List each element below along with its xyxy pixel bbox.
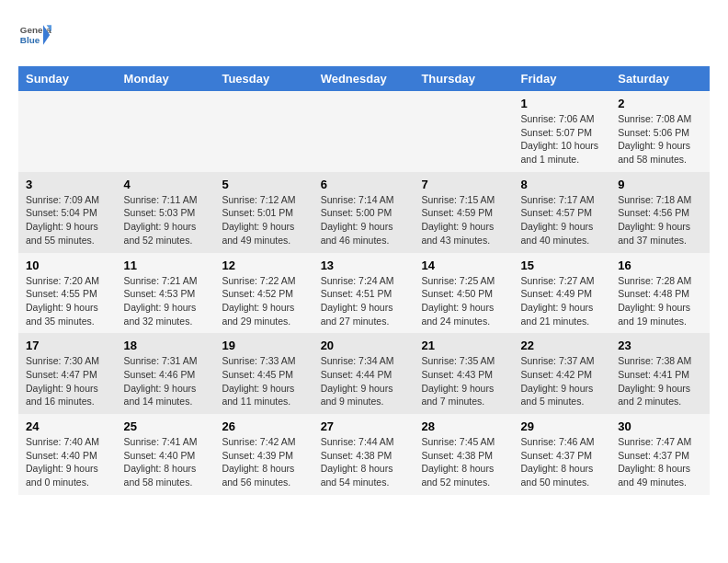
day-cell: 15Sunrise: 7:27 AM Sunset: 4:49 PM Dayli… [513,253,610,334]
day-number: 21 [421,339,506,352]
day-cell: 8Sunrise: 7:17 AM Sunset: 4:57 PM Daylig… [513,172,610,253]
day-cell: 29Sunrise: 7:46 AM Sunset: 4:37 PM Dayli… [513,414,610,495]
day-number: 24 [26,419,109,433]
day-info: Sunrise: 7:35 AM Sunset: 4:43 PM Dayligh… [421,354,506,408]
day-info: Sunrise: 7:31 AM Sunset: 4:46 PM Dayligh… [124,354,208,408]
day-info: Sunrise: 7:15 AM Sunset: 4:59 PM Dayligh… [421,193,506,247]
day-number: 25 [124,419,208,433]
logo: General Blue [18,18,51,52]
day-number: 1 [520,97,603,110]
day-info: Sunrise: 7:18 AM Sunset: 4:56 PM Dayligh… [618,193,702,247]
day-number: 7 [421,178,506,191]
day-cell: 14Sunrise: 7:25 AM Sunset: 4:50 PM Dayli… [414,253,513,334]
day-number: 10 [26,259,109,272]
week-row-3: 10Sunrise: 7:20 AM Sunset: 4:55 PM Dayli… [18,253,710,334]
day-number: 2 [618,97,702,110]
day-cell [117,91,215,172]
day-cell: 19Sunrise: 7:33 AM Sunset: 4:45 PM Dayli… [214,333,313,414]
day-info: Sunrise: 7:09 AM Sunset: 5:04 PM Dayligh… [26,193,109,247]
week-row-5: 24Sunrise: 7:40 AM Sunset: 4:40 PM Dayli… [18,414,710,495]
day-info: Sunrise: 7:40 AM Sunset: 4:40 PM Dayligh… [26,435,109,489]
day-cell [214,91,313,172]
day-cell: 16Sunrise: 7:28 AM Sunset: 4:48 PM Dayli… [610,253,710,334]
day-info: Sunrise: 7:25 AM Sunset: 4:50 PM Dayligh… [421,274,506,328]
day-number: 14 [421,259,506,272]
week-row-2: 3Sunrise: 7:09 AM Sunset: 5:04 PM Daylig… [18,172,710,253]
day-cell [414,91,513,172]
day-info: Sunrise: 7:47 AM Sunset: 4:37 PM Dayligh… [618,435,702,489]
day-cell: 3Sunrise: 7:09 AM Sunset: 5:04 PM Daylig… [18,172,117,253]
day-number: 22 [520,339,603,352]
header: General Blue [18,18,710,52]
day-number: 6 [321,178,407,191]
day-info: Sunrise: 7:46 AM Sunset: 4:37 PM Dayligh… [520,435,603,489]
day-info: Sunrise: 7:14 AM Sunset: 5:00 PM Dayligh… [321,193,407,247]
day-number: 5 [222,178,305,191]
day-info: Sunrise: 7:11 AM Sunset: 5:03 PM Dayligh… [124,193,208,247]
day-info: Sunrise: 7:20 AM Sunset: 4:55 PM Dayligh… [26,274,109,328]
day-number: 3 [26,178,109,191]
day-cell: 24Sunrise: 7:40 AM Sunset: 4:40 PM Dayli… [18,414,117,495]
day-cell: 26Sunrise: 7:42 AM Sunset: 4:39 PM Dayli… [214,414,313,495]
day-cell: 30Sunrise: 7:47 AM Sunset: 4:37 PM Dayli… [610,414,710,495]
day-cell: 18Sunrise: 7:31 AM Sunset: 4:46 PM Dayli… [117,333,215,414]
header-row: SundayMondayTuesdayWednesdayThursdayFrid… [18,66,710,91]
day-number: 23 [618,339,702,352]
column-header-friday: Friday [513,66,610,91]
day-cell: 9Sunrise: 7:18 AM Sunset: 4:56 PM Daylig… [610,172,710,253]
column-header-saturday: Saturday [610,66,710,91]
day-cell: 25Sunrise: 7:41 AM Sunset: 4:40 PM Dayli… [117,414,215,495]
day-cell: 28Sunrise: 7:45 AM Sunset: 4:38 PM Dayli… [414,414,513,495]
day-number: 8 [520,178,603,191]
day-number: 26 [222,419,305,433]
column-header-thursday: Thursday [414,66,513,91]
day-cell: 13Sunrise: 7:24 AM Sunset: 4:51 PM Dayli… [313,253,415,334]
week-row-4: 17Sunrise: 7:30 AM Sunset: 4:47 PM Dayli… [18,333,710,414]
day-cell: 2Sunrise: 7:08 AM Sunset: 5:06 PM Daylig… [610,91,710,172]
day-info: Sunrise: 7:12 AM Sunset: 5:01 PM Dayligh… [222,193,305,247]
logo-icon: General Blue [18,18,51,52]
day-cell: 10Sunrise: 7:20 AM Sunset: 4:55 PM Dayli… [18,253,117,334]
day-cell: 21Sunrise: 7:35 AM Sunset: 4:43 PM Dayli… [414,333,513,414]
day-info: Sunrise: 7:24 AM Sunset: 4:51 PM Dayligh… [321,274,407,328]
day-cell [18,91,117,172]
day-number: 13 [321,259,407,272]
day-number: 18 [124,339,208,352]
day-info: Sunrise: 7:34 AM Sunset: 4:44 PM Dayligh… [321,354,407,408]
day-cell: 27Sunrise: 7:44 AM Sunset: 4:38 PM Dayli… [313,414,415,495]
day-cell: 4Sunrise: 7:11 AM Sunset: 5:03 PM Daylig… [117,172,215,253]
day-cell: 11Sunrise: 7:21 AM Sunset: 4:53 PM Dayli… [117,253,215,334]
day-cell: 22Sunrise: 7:37 AM Sunset: 4:42 PM Dayli… [513,333,610,414]
day-info: Sunrise: 7:37 AM Sunset: 4:42 PM Dayligh… [520,354,603,408]
day-info: Sunrise: 7:28 AM Sunset: 4:48 PM Dayligh… [618,274,702,328]
day-info: Sunrise: 7:17 AM Sunset: 4:57 PM Dayligh… [520,193,603,247]
day-info: Sunrise: 7:44 AM Sunset: 4:38 PM Dayligh… [321,435,407,489]
column-header-tuesday: Tuesday [214,66,313,91]
day-number: 9 [618,178,702,191]
day-cell: 12Sunrise: 7:22 AM Sunset: 4:52 PM Dayli… [214,253,313,334]
day-cell: 7Sunrise: 7:15 AM Sunset: 4:59 PM Daylig… [414,172,513,253]
column-header-monday: Monday [117,66,215,91]
day-cell: 23Sunrise: 7:38 AM Sunset: 4:41 PM Dayli… [610,333,710,414]
svg-text:Blue: Blue [20,35,40,45]
day-cell: 5Sunrise: 7:12 AM Sunset: 5:01 PM Daylig… [214,172,313,253]
day-number: 30 [618,419,702,433]
day-number: 20 [321,339,407,352]
calendar-table: SundayMondayTuesdayWednesdayThursdayFrid… [18,66,710,495]
day-info: Sunrise: 7:42 AM Sunset: 4:39 PM Dayligh… [222,435,305,489]
day-number: 4 [124,178,208,191]
day-info: Sunrise: 7:41 AM Sunset: 4:40 PM Dayligh… [124,435,208,489]
day-info: Sunrise: 7:30 AM Sunset: 4:47 PM Dayligh… [26,354,109,408]
day-cell: 6Sunrise: 7:14 AM Sunset: 5:00 PM Daylig… [313,172,415,253]
day-number: 19 [222,339,305,352]
day-info: Sunrise: 7:45 AM Sunset: 4:38 PM Dayligh… [421,435,506,489]
day-number: 29 [520,419,603,433]
day-cell: 1Sunrise: 7:06 AM Sunset: 5:07 PM Daylig… [513,91,610,172]
column-header-sunday: Sunday [18,66,117,91]
day-info: Sunrise: 7:06 AM Sunset: 5:07 PM Dayligh… [520,112,603,167]
day-cell [313,91,415,172]
day-info: Sunrise: 7:22 AM Sunset: 4:52 PM Dayligh… [222,274,305,328]
day-number: 17 [26,339,109,352]
day-cell: 17Sunrise: 7:30 AM Sunset: 4:47 PM Dayli… [18,333,117,414]
day-cell: 20Sunrise: 7:34 AM Sunset: 4:44 PM Dayli… [313,333,415,414]
